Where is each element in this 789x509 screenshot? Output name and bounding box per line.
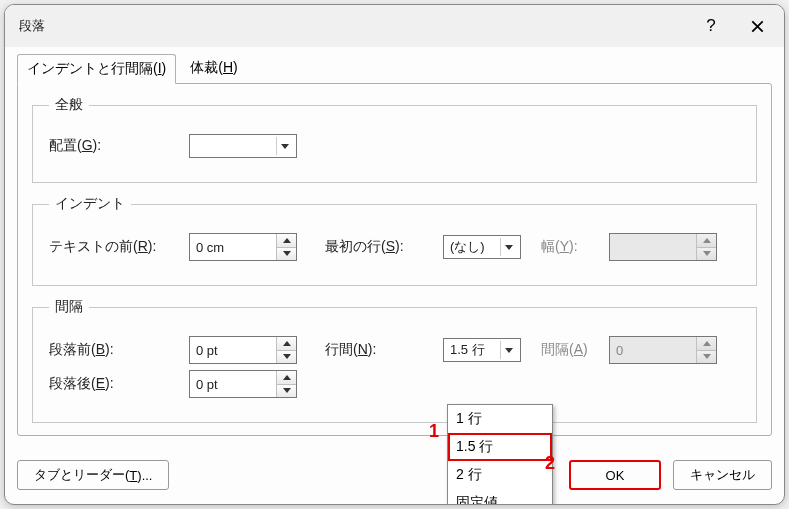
linespacing-dropdown[interactable]: 1 行 1.5 行 2 行 固定値 倍数 [447,404,553,505]
cancel-button[interactable]: キャンセル [673,460,772,490]
tabs-leader-button[interactable]: タブとリーダー(T)... [17,460,169,490]
before-para-label: 段落前(B): [49,341,181,359]
width-spin [609,233,717,261]
chevron-down-icon [500,238,516,256]
at-spin: 0 [609,336,717,364]
spin-down-icon[interactable] [277,385,296,398]
close-button[interactable] [734,9,780,43]
spin-up-icon[interactable] [277,337,296,351]
window-title: 段落 [19,17,688,35]
after-para-spin[interactable]: 0 pt [189,370,297,398]
at-label: 間隔(A) [541,341,601,359]
group-indent-legend: インデント [49,195,131,213]
spin-up-icon [697,234,716,248]
ok-button[interactable]: OK [569,460,661,490]
spin-up-icon[interactable] [277,371,296,385]
group-general: 全般 配置(G): [32,96,757,183]
close-icon [751,20,764,33]
footer: タブとリーダー(T)... OK キャンセル [17,460,772,490]
linespacing-option[interactable]: 2 行 [448,461,552,489]
indent-before-spin[interactable]: 0 cm [189,233,297,261]
paragraph-dialog: 段落 ? インデントと行間隔(I) 体裁(H) 全般 配置(G): [4,4,785,505]
linespacing-label: 行間(N): [325,341,435,359]
group-spacing-legend: 間隔 [49,298,89,316]
width-label: 幅(Y): [541,238,601,256]
alignment-label: 配置(G): [49,137,181,155]
titlebar: 段落 ? [5,5,784,47]
linespacing-select[interactable]: 1.5 行 [443,338,521,362]
spin-down-icon[interactable] [277,248,296,261]
chevron-down-icon [500,341,516,359]
group-spacing: 間隔 段落前(B): 0 pt 行間(N): [32,298,757,423]
tab-style[interactable]: 体裁(H) [180,53,247,83]
spin-down-icon [697,248,716,261]
linespacing-option-selected[interactable]: 1.5 行 [448,433,552,461]
alignment-select[interactable] [189,134,297,158]
tab-indent-spacing[interactable]: インデントと行間隔(I) [17,54,176,84]
firstline-select[interactable]: (なし) [443,235,521,259]
group-general-legend: 全般 [49,96,89,114]
spin-up-icon [697,337,716,351]
group-indent: インデント テキストの前(R): 0 cm 最初の行(S): [32,195,757,286]
tabbar: インデントと行間隔(I) 体裁(H) [17,53,772,83]
chevron-down-icon [276,137,292,155]
dialog-body: インデントと行間隔(I) 体裁(H) 全般 配置(G): [5,47,784,436]
tab-panel: 全般 配置(G): インデント テキストの前(R): [17,83,772,436]
firstline-label: 最初の行(S): [325,238,435,256]
linespacing-option[interactable]: 1 行 [448,405,552,433]
spin-down-icon [697,351,716,364]
linespacing-option[interactable]: 固定値 [448,489,552,505]
help-button[interactable]: ? [688,9,734,43]
indent-before-label: テキストの前(R): [49,238,181,256]
before-para-spin[interactable]: 0 pt [189,336,297,364]
spin-down-icon[interactable] [277,351,296,364]
after-para-label: 段落後(E): [49,375,181,393]
spin-up-icon[interactable] [277,234,296,248]
